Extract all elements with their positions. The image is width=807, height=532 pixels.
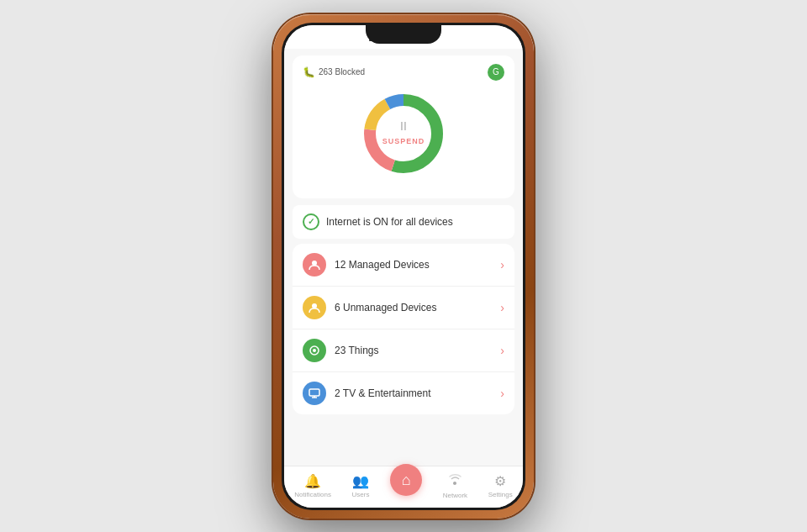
phone-inner: DASHBOARD 🐛 263 Blocked G [282,23,525,510]
nav-network[interactable]: Network [443,473,467,499]
tv-icon [303,382,326,405]
nav-users[interactable]: 👥 Users [352,473,370,498]
list-item-managed[interactable]: 12 Managed Devices › [293,244,514,287]
tv-count: 2 [335,387,340,399]
donut-chart: II SUSPEND [357,87,450,180]
svg-rect-4 [309,389,319,396]
managed-label: Managed Devices [349,259,430,271]
nav-settings-label: Settings [488,491,513,498]
users-icon: 👥 [352,473,369,489]
check-circle-icon [303,213,319,230]
things-chevron: › [500,344,504,357]
blocked-badge: 🐛 263 Blocked [303,66,365,78]
things-count: 23 [335,345,345,356]
notifications-icon: 🔔 [304,473,321,489]
nav-users-label: Users [352,491,370,498]
things-icon [303,339,326,362]
nav-settings[interactable]: ⚙ Settings [488,473,513,498]
internet-status-row: Internet is ON for all devices [293,205,514,239]
donut-chart-container: II SUSPEND [303,87,504,180]
donut-center: II SUSPEND [382,120,425,147]
tv-chevron: › [500,387,504,400]
managed-chevron: › [500,258,504,271]
svg-point-3 [313,349,316,352]
phone-screen: DASHBOARD 🐛 263 Blocked G [284,25,523,508]
home-icon: ⌂ [402,471,411,489]
device-list: 12 Managed Devices › [293,244,514,414]
settings-icon: ⚙ [494,473,506,489]
list-item-unmanaged[interactable]: 6 Unmanaged Devices › [293,287,514,329]
suspend-label: SUSPEND [382,137,425,145]
network-icon [448,473,462,490]
nav-home[interactable]: ⌂ [390,476,422,496]
shield-icon: G [488,64,504,81]
tv-label: 2 TV & Entertainment [335,387,492,399]
managed-count: 12 [335,259,345,271]
home-circle: ⌂ [390,464,422,496]
top-card: 🐛 263 Blocked G [293,55,514,198]
bug-icon: 🐛 [303,66,315,78]
unmanaged-devices-label: 6 Unmanaged Devices [335,302,492,313]
list-item-tv[interactable]: 2 TV & Entertainment › [293,372,514,414]
phone-notch [366,25,441,44]
things-label: 23 Things [335,345,492,356]
internet-status-text: Internet is ON for all devices [326,216,453,228]
tv-text: TV & Entertainment [343,387,431,399]
blocked-count: 263 Blocked [319,67,365,76]
card-header: 🐛 263 Blocked G [303,64,504,81]
unmanaged-chevron: › [500,301,504,314]
things-text: Things [348,345,378,356]
screen-content: 🐛 263 Blocked G [284,49,523,466]
nav-network-label: Network [443,492,467,499]
unmanaged-devices-icon [303,296,326,319]
nav-notifications[interactable]: 🔔 Notifications [294,473,331,498]
unmanaged-count: 6 [335,302,340,313]
managed-devices-icon [303,253,326,277]
list-item-things[interactable]: 23 Things › [293,329,514,372]
svg-point-1 [312,303,317,308]
phone-mockup: DASHBOARD 🐛 263 Blocked G [273,14,534,519]
pause-icon: II [382,120,425,132]
svg-point-0 [312,261,317,266]
phone-frame: DASHBOARD 🐛 263 Blocked G [273,14,534,519]
shield-label: G [493,67,499,76]
bottom-nav: 🔔 Notifications 👥 Users ⌂ [284,466,523,508]
nav-notifications-label: Notifications [294,491,331,498]
unmanaged-label: Unmanaged Devices [343,302,436,313]
managed-devices-label: 12 Managed Devices [335,259,492,271]
